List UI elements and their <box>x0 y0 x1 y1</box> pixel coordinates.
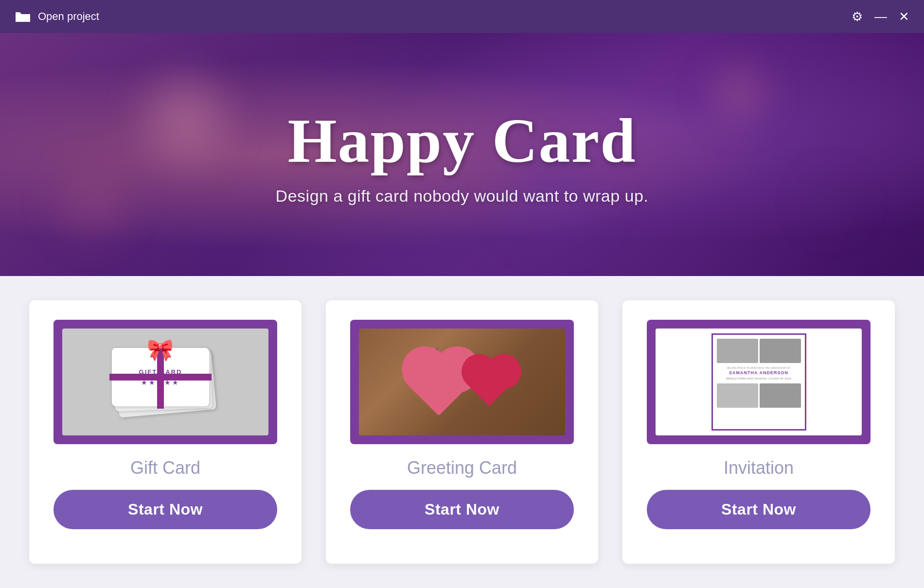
inv-announce: WE ARE PROUD TO ANNOUNCE THE GRADUATION … <box>727 366 791 369</box>
greeting-card-image-wrapper <box>350 320 574 444</box>
titlebar: Open project ⚙ — ✕ <box>0 0 924 33</box>
inv-text-area: WE ARE PROUD TO ANNOUNCE THE GRADUATION … <box>717 364 801 382</box>
greeting-card-label: Greeting Card <box>407 458 517 478</box>
invitation-label: Invitation <box>724 458 794 478</box>
gc-ribbon-horizontal <box>109 374 212 380</box>
settings-icon[interactable]: ⚙ <box>852 10 863 23</box>
hero-subtitle: Design a gift card nobody would want to … <box>276 187 649 206</box>
greeting-card-start-button[interactable]: Start Now <box>350 490 574 529</box>
hero-section: Happy Card Design a gift card nobody wou… <box>0 33 924 276</box>
gift-card-image-wrapper: 🎀 GIFT CARD ★★★★★ <box>53 320 277 444</box>
gift-card-panel: 🎀 GIFT CARD ★★★★★ Gift Card Start Now <box>29 300 302 564</box>
gift-card-image: 🎀 GIFT CARD ★★★★★ <box>62 329 268 435</box>
cards-section: 🎀 GIFT CARD ★★★★★ Gift Card Start Now <box>0 276 924 588</box>
heart-large <box>408 353 471 415</box>
gc-bow: 🎀 <box>147 339 174 361</box>
invitation-panel: WE ARE PROUD TO ANNOUNCE THE GRADUATION … <box>622 300 895 564</box>
invitation-image: WE ARE PROUD TO ANNOUNCE THE GRADUATION … <box>656 329 862 435</box>
gift-cards-stack: 🎀 GIFT CARD ★★★★★ <box>112 346 219 418</box>
titlebar-controls: ⚙ — ✕ <box>852 10 909 23</box>
minimize-icon[interactable]: — <box>874 10 887 23</box>
hero-title: Happy Card <box>287 104 636 177</box>
close-icon[interactable]: ✕ <box>899 10 909 23</box>
gift-card-start-button[interactable]: Start Now <box>53 490 277 529</box>
folder-icon <box>15 10 31 23</box>
inv-photo-2 <box>760 339 801 363</box>
titlebar-left: Open project <box>15 10 99 23</box>
invitation-image-wrapper: WE ARE PROUD TO ANNOUNCE THE GRADUATION … <box>647 320 871 444</box>
inv-photo-1 <box>717 339 758 363</box>
hearts-container <box>417 358 508 406</box>
titlebar-title: Open project <box>38 10 99 23</box>
inv-photo-4 <box>760 383 801 408</box>
inv-name: SAMANTHA ANDERSON <box>729 370 788 376</box>
invitation-start-button[interactable]: Start Now <box>647 490 871 529</box>
invitation-card-preview: WE ARE PROUD TO ANNOUNCE THE GRADUATION … <box>711 333 806 431</box>
inv-photo-3 <box>717 383 758 408</box>
heart-small <box>466 359 514 406</box>
greeting-card-panel: Greeting Card Start Now <box>326 300 598 564</box>
greeting-card-image <box>359 329 565 435</box>
gc-front-card: 🎀 GIFT CARD ★★★★★ <box>112 348 209 406</box>
inv-subtitle: MIDDLETOWN HIGH SCHOOL | CLASS OF 201X <box>726 377 792 380</box>
gift-card-label: Gift Card <box>130 458 200 478</box>
